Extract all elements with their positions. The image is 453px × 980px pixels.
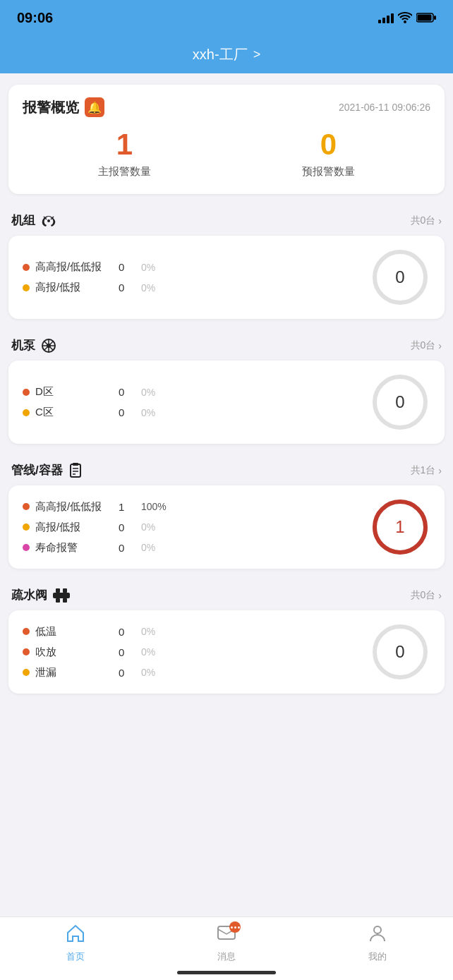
wifi-icon <box>398 12 412 23</box>
item-count: 0 <box>119 521 135 533</box>
item-count: 1 <box>119 501 135 513</box>
svg-rect-21 <box>53 593 70 598</box>
section-name-jibeng: 机泵 <box>11 337 35 353</box>
section-total-pipe[interactable]: 共1台 › <box>411 464 442 477</box>
section-items-jibeng: D区 0 0% C区 0 0% <box>23 385 370 419</box>
tab-mine[interactable]: 我的 <box>302 924 453 963</box>
tab-home-label: 首页 <box>66 950 85 963</box>
section-name-pipe: 管线/容器 <box>11 462 63 478</box>
svg-rect-25 <box>63 598 67 603</box>
main-alert-label: 主报警数量 <box>98 165 151 179</box>
item-count: 0 <box>119 542 135 554</box>
item-pct: 100% <box>141 501 167 512</box>
alert-card-header: 报警概览 🔔 2021-06-11 09:06:26 <box>23 97 430 117</box>
section-title-pipe: 管线/容器 <box>11 462 83 478</box>
section-items-jizu: 高高报/低低报 0 0% 高报/低报 0 0% <box>23 260 370 294</box>
item-pct: 0% <box>141 407 155 418</box>
item-label: 高高报/低低报 <box>35 500 113 514</box>
section-name-jizu: 机组 <box>11 212 35 229</box>
section-card-jibeng: D区 0 0% C区 0 0% 0 <box>8 361 445 444</box>
section-total-jibeng[interactable]: 共0台 › <box>411 339 442 352</box>
home-icon <box>66 924 85 948</box>
drain-icon <box>53 588 70 603</box>
svg-point-28 <box>374 926 381 933</box>
item-pct: 0% <box>141 521 155 533</box>
item-pct: 0% <box>141 667 155 678</box>
section-total-drain[interactable]: 共0台 › <box>411 589 442 602</box>
dot-orange-icon <box>23 284 30 291</box>
section-total-text-jizu: 共0台 <box>411 214 436 227</box>
bell-icon: 🔔 <box>85 97 104 117</box>
pipe-icon <box>68 463 83 478</box>
dot-orange-icon <box>23 524 30 531</box>
pre-alert-count: 0 <box>302 130 355 159</box>
section-header-drain: 疏水阀 共0台 › <box>8 580 445 610</box>
bow-icon <box>41 214 56 227</box>
status-time: 09:06 <box>17 10 53 26</box>
section-total-text-pipe: 共1台 <box>411 464 436 477</box>
pump-icon <box>41 338 56 353</box>
message-icon <box>217 924 236 948</box>
section-header-jibeng: 机泵 共0台 › <box>8 330 445 361</box>
svg-rect-22 <box>56 588 60 593</box>
item-count: 0 <box>119 261 135 273</box>
user-icon <box>368 924 387 948</box>
section-total-jizu[interactable]: 共0台 › <box>411 214 442 227</box>
chevron-right-jizu: › <box>438 215 442 226</box>
tab-home[interactable]: 首页 <box>0 924 151 963</box>
item-count: 0 <box>119 386 135 398</box>
item-label: 低温 <box>35 625 113 639</box>
alert-stats: 1 主报警数量 0 预报警数量 <box>23 130 430 179</box>
section-title-drain: 疏水阀 <box>11 587 70 603</box>
nav-title: xxh-工厂 <box>193 45 248 64</box>
item-pct: 0% <box>141 542 155 553</box>
item-label: 泄漏 <box>35 666 113 679</box>
item-label: 高报/低报 <box>35 281 113 294</box>
gauge-jibeng: 0 <box>370 372 430 432</box>
pre-alert-label: 预报警数量 <box>302 165 355 179</box>
section-name-drain: 疏水阀 <box>11 587 47 603</box>
item-label: 高高报/低低报 <box>35 260 113 274</box>
gauge-pipe: 1 <box>370 497 430 557</box>
list-item: 高高报/低低报 0 0% <box>23 260 370 274</box>
tab-message[interactable]: 消息 <box>151 924 302 963</box>
home-indicator <box>177 971 276 974</box>
nav-header[interactable]: xxh-工厂 > <box>0 35 453 73</box>
chevron-right-jibeng: › <box>438 340 442 351</box>
item-pct: 0% <box>141 282 155 294</box>
svg-point-12 <box>47 344 51 348</box>
section-title-jizu: 机组 <box>11 212 56 229</box>
signal-bars-icon <box>378 12 394 23</box>
item-pct: 0% <box>141 626 155 637</box>
section-title-jibeng: 机泵 <box>11 337 56 353</box>
gauge-value-jizu: 0 <box>395 267 404 287</box>
item-count: 0 <box>119 667 135 679</box>
item-count: 0 <box>119 626 135 638</box>
svg-rect-24 <box>56 598 60 603</box>
svg-point-3 <box>47 219 50 222</box>
status-bar: 09:06 <box>0 0 453 35</box>
dot-red-icon <box>23 503 30 510</box>
dot-red-icon <box>23 628 30 635</box>
item-count: 0 <box>119 406 135 418</box>
tab-mine-label: 我的 <box>368 950 387 963</box>
svg-rect-14 <box>71 464 80 477</box>
list-item: 低温 0 0% <box>23 625 370 639</box>
tab-message-label: 消息 <box>217 950 236 963</box>
section-items-pipe: 高高报/低低报 1 100% 高报/低报 0 0% 寿命报警 0 0% <box>23 500 370 555</box>
section-card-drain: 低温 0 0% 吹放 0 0% 泄漏 0 0% 0 <box>8 610 445 694</box>
pre-alert-stat: 0 预报警数量 <box>302 130 355 179</box>
dot-red-icon <box>23 648 30 655</box>
dot-orange-icon <box>23 409 30 416</box>
section-items-drain: 低温 0 0% 吹放 0 0% 泄漏 0 0% <box>23 625 370 679</box>
main-content: 报警概览 🔔 2021-06-11 09:06:26 1 主报警数量 0 预报警… <box>0 73 453 775</box>
svg-rect-23 <box>63 588 67 593</box>
item-pct: 0% <box>141 646 155 658</box>
item-pct: 0% <box>141 387 155 398</box>
gauge-value-pipe: 1 <box>395 517 404 537</box>
alert-card-date: 2021-06-11 09:06:26 <box>339 102 430 113</box>
list-item: 高高报/低低报 1 100% <box>23 500 370 514</box>
list-item: 泄漏 0 0% <box>23 666 370 679</box>
section-header-pipe: 管线/容器 共1台 › <box>8 455 445 485</box>
chevron-right-pipe: › <box>438 465 442 476</box>
